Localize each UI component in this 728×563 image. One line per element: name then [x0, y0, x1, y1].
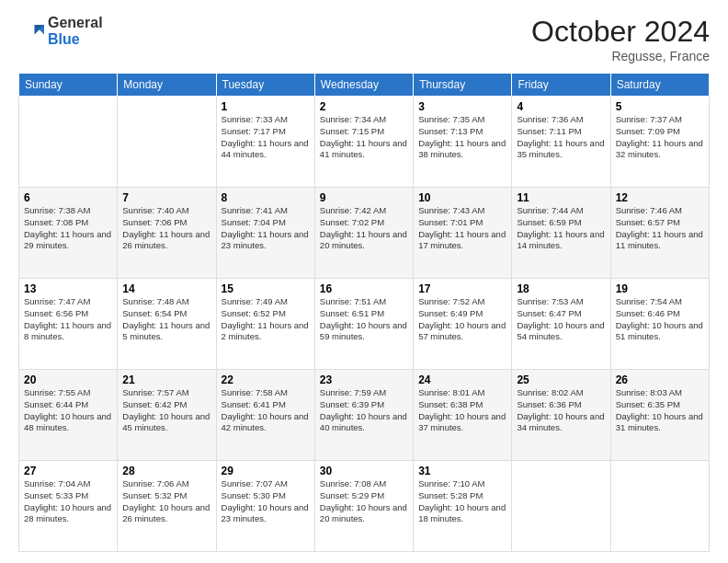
day-number: 22	[222, 373, 310, 386]
day-number: 29	[222, 465, 310, 477]
day-number: 5	[616, 100, 704, 113]
logo-text: General Blue	[48, 15, 103, 47]
day-number: 20	[24, 373, 112, 386]
logo-icon	[18, 18, 44, 44]
day-info: Sunrise: 7:48 AMSunset: 6:54 PMDaylight:…	[122, 296, 210, 343]
day-number: 4	[517, 100, 605, 113]
calendar-week-row: 27Sunrise: 7:04 AMSunset: 5:33 PMDayligh…	[19, 461, 710, 552]
day-info: Sunrise: 7:58 AMSunset: 6:41 PMDaylight:…	[222, 387, 310, 434]
col-monday: Monday	[118, 74, 216, 97]
day-info: Sunrise: 7:59 AMSunset: 6:39 PMDaylight:…	[320, 387, 408, 434]
table-row: 30Sunrise: 7:08 AMSunset: 5:29 PMDayligh…	[314, 461, 413, 552]
col-wednesday: Wednesday	[314, 74, 413, 97]
table-row: 5Sunrise: 7:37 AMSunset: 7:09 PMDaylight…	[610, 97, 709, 188]
day-info: Sunrise: 7:54 AMSunset: 6:46 PMDaylight:…	[616, 296, 704, 343]
day-number: 9	[320, 191, 408, 204]
day-info: Sunrise: 7:52 AMSunset: 6:49 PMDaylight:…	[418, 296, 506, 343]
svg-rect-0	[18, 18, 44, 44]
day-info: Sunrise: 7:33 AMSunset: 7:17 PMDaylight:…	[222, 114, 310, 161]
logo-blue: Blue	[48, 31, 103, 48]
day-number: 7	[122, 191, 210, 204]
day-info: Sunrise: 8:03 AMSunset: 6:35 PMDaylight:…	[616, 387, 704, 434]
col-friday: Friday	[512, 74, 610, 97]
table-row: 1Sunrise: 7:33 AMSunset: 7:17 PMDaylight…	[216, 97, 314, 188]
day-info: Sunrise: 7:55 AMSunset: 6:44 PMDaylight:…	[24, 387, 112, 434]
logo-general: General	[48, 15, 103, 31]
table-row: 24Sunrise: 8:01 AMSunset: 6:38 PMDayligh…	[414, 370, 512, 461]
table-row: 21Sunrise: 7:57 AMSunset: 6:42 PMDayligh…	[118, 370, 216, 461]
col-saturday: Saturday	[610, 74, 709, 97]
day-info: Sunrise: 7:07 AMSunset: 5:30 PMDaylight:…	[222, 478, 310, 525]
table-row: 9Sunrise: 7:42 AMSunset: 7:02 PMDaylight…	[314, 188, 413, 279]
table-row: 15Sunrise: 7:49 AMSunset: 6:52 PMDayligh…	[216, 279, 314, 370]
day-info: Sunrise: 7:38 AMSunset: 7:08 PMDaylight:…	[24, 205, 112, 252]
table-row: 6Sunrise: 7:38 AMSunset: 7:08 PMDaylight…	[19, 188, 118, 279]
day-number: 19	[616, 282, 704, 295]
day-info: Sunrise: 7:51 AMSunset: 6:51 PMDaylight:…	[320, 296, 408, 343]
day-info: Sunrise: 7:37 AMSunset: 7:09 PMDaylight:…	[616, 114, 704, 161]
table-row: 10Sunrise: 7:43 AMSunset: 7:01 PMDayligh…	[414, 188, 512, 279]
calendar-table: Sunday Monday Tuesday Wednesday Thursday…	[18, 73, 710, 552]
day-number: 2	[320, 100, 408, 113]
day-info: Sunrise: 7:06 AMSunset: 5:32 PMDaylight:…	[122, 478, 210, 525]
calendar-header-row: Sunday Monday Tuesday Wednesday Thursday…	[19, 74, 710, 97]
day-number: 10	[418, 191, 506, 204]
day-number: 8	[222, 191, 310, 204]
day-number: 31	[418, 465, 506, 477]
day-info: Sunrise: 7:46 AMSunset: 6:57 PMDaylight:…	[616, 205, 704, 252]
day-info: Sunrise: 7:47 AMSunset: 6:56 PMDaylight:…	[24, 296, 112, 343]
day-number: 12	[616, 191, 704, 204]
table-row: 17Sunrise: 7:52 AMSunset: 6:49 PMDayligh…	[414, 279, 512, 370]
table-row: 13Sunrise: 7:47 AMSunset: 6:56 PMDayligh…	[19, 279, 118, 370]
day-number: 23	[320, 373, 408, 386]
calendar-week-row: 6Sunrise: 7:38 AMSunset: 7:08 PMDaylight…	[19, 188, 710, 279]
table-row	[512, 461, 610, 552]
table-row: 26Sunrise: 8:03 AMSunset: 6:35 PMDayligh…	[610, 370, 709, 461]
day-number: 21	[122, 373, 210, 386]
day-info: Sunrise: 7:08 AMSunset: 5:29 PMDaylight:…	[320, 478, 408, 525]
calendar-week-row: 1Sunrise: 7:33 AMSunset: 7:17 PMDaylight…	[19, 97, 710, 188]
table-row: 8Sunrise: 7:41 AMSunset: 7:04 PMDaylight…	[216, 188, 314, 279]
table-row: 20Sunrise: 7:55 AMSunset: 6:44 PMDayligh…	[19, 370, 118, 461]
table-row: 31Sunrise: 7:10 AMSunset: 5:28 PMDayligh…	[414, 461, 512, 552]
table-row: 27Sunrise: 7:04 AMSunset: 5:33 PMDayligh…	[19, 461, 118, 552]
day-number: 1	[222, 100, 310, 113]
col-thursday: Thursday	[414, 74, 512, 97]
day-number: 18	[517, 282, 605, 295]
table-row	[118, 97, 216, 188]
table-row: 14Sunrise: 7:48 AMSunset: 6:54 PMDayligh…	[118, 279, 216, 370]
page-header: General Blue October 2024 Regusse, Franc…	[18, 15, 710, 63]
month-title: October 2024	[531, 15, 710, 49]
table-row: 28Sunrise: 7:06 AMSunset: 5:32 PMDayligh…	[118, 461, 216, 552]
table-row: 23Sunrise: 7:59 AMSunset: 6:39 PMDayligh…	[314, 370, 413, 461]
day-number: 26	[616, 373, 704, 386]
day-number: 16	[320, 282, 408, 295]
day-info: Sunrise: 8:02 AMSunset: 6:36 PMDaylight:…	[517, 387, 605, 434]
day-info: Sunrise: 7:53 AMSunset: 6:47 PMDaylight:…	[517, 296, 605, 343]
table-row	[19, 97, 118, 188]
day-number: 30	[320, 465, 408, 477]
day-info: Sunrise: 7:42 AMSunset: 7:02 PMDaylight:…	[320, 205, 408, 252]
location: Regusse, France	[531, 49, 710, 63]
table-row: 18Sunrise: 7:53 AMSunset: 6:47 PMDayligh…	[512, 279, 610, 370]
col-sunday: Sunday	[19, 74, 118, 97]
day-info: Sunrise: 7:43 AMSunset: 7:01 PMDaylight:…	[418, 205, 506, 252]
table-row: 16Sunrise: 7:51 AMSunset: 6:51 PMDayligh…	[314, 279, 413, 370]
day-info: Sunrise: 7:57 AMSunset: 6:42 PMDaylight:…	[122, 387, 210, 434]
table-row: 4Sunrise: 7:36 AMSunset: 7:11 PMDaylight…	[512, 97, 610, 188]
table-row: 19Sunrise: 7:54 AMSunset: 6:46 PMDayligh…	[610, 279, 709, 370]
day-number: 24	[418, 373, 506, 386]
day-info: Sunrise: 7:36 AMSunset: 7:11 PMDaylight:…	[517, 114, 605, 161]
day-number: 13	[24, 282, 112, 295]
day-info: Sunrise: 7:34 AMSunset: 7:15 PMDaylight:…	[320, 114, 408, 161]
day-info: Sunrise: 7:44 AMSunset: 6:59 PMDaylight:…	[517, 205, 605, 252]
table-row: 2Sunrise: 7:34 AMSunset: 7:15 PMDaylight…	[314, 97, 413, 188]
day-info: Sunrise: 7:35 AMSunset: 7:13 PMDaylight:…	[418, 114, 506, 161]
day-info: Sunrise: 7:41 AMSunset: 7:04 PMDaylight:…	[222, 205, 310, 252]
day-number: 27	[24, 465, 112, 477]
col-tuesday: Tuesday	[216, 74, 314, 97]
day-info: Sunrise: 7:10 AMSunset: 5:28 PMDaylight:…	[418, 478, 506, 525]
table-row: 22Sunrise: 7:58 AMSunset: 6:41 PMDayligh…	[216, 370, 314, 461]
table-row: 29Sunrise: 7:07 AMSunset: 5:30 PMDayligh…	[216, 461, 314, 552]
day-number: 11	[517, 191, 605, 204]
